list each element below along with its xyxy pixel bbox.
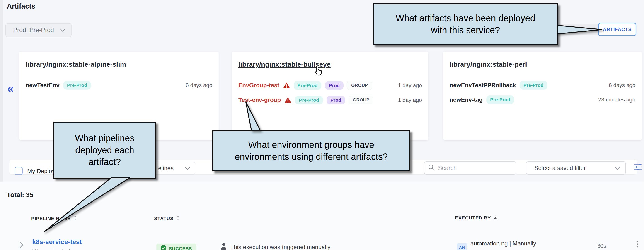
callout-text: deployed each: [75, 144, 134, 156]
environment-name: newEnv-tag: [450, 96, 483, 103]
artifact-card: library/nginx:stable-bullseye EnvGroup-t…: [232, 52, 428, 140]
avatar: AN: [457, 243, 467, 250]
success-check-icon: [160, 245, 166, 250]
environment-group-name: Test-env-group: [238, 97, 281, 104]
saved-filter-value: Select a saved filter: [534, 165, 586, 172]
callout-artifacts-question: What artifacts have been deployed with t…: [373, 3, 558, 45]
deploy-time: 1 day ago: [398, 82, 422, 89]
artifact-title: library/nginx:stable-alpine-slim: [26, 61, 212, 68]
environment-row[interactable]: EnvGroup-test Pre-Prod Prod GROUP 1 day …: [238, 81, 422, 90]
column-header-pipeline-name[interactable]: PIPELINE NAME: [31, 215, 77, 222]
tab-environments[interactable]: ENVIRONMENTS: [558, 27, 597, 32]
search-box: [424, 161, 516, 174]
group-badge: GROUP: [347, 81, 372, 90]
preprod-badge: Pre-Prod: [295, 96, 323, 105]
artifact-title: library/nginx:stable-perl: [450, 61, 636, 68]
callout-pipelines-question: What pipelines deployed each artifact?: [54, 122, 156, 179]
filter-sliders-icon[interactable]: [634, 163, 642, 172]
warning-icon: [283, 82, 290, 89]
row-expand-chevron[interactable]: [19, 241, 24, 250]
preprod-badge: Pre-Prod: [486, 95, 514, 104]
deploy-time: 23 minutes ago: [598, 97, 636, 103]
column-header-label: PIPELINE NAME: [31, 216, 71, 221]
column-header-label: EXECUTED BY: [455, 215, 491, 221]
artifact-card: library/nginx:stable-perl newEnvTestPPRo…: [443, 52, 642, 140]
kebab-menu-icon[interactable]: ⋮: [634, 239, 642, 249]
chevron-down-icon: [185, 165, 190, 172]
trigger-text: This execution was triggered manually: [230, 244, 330, 250]
page-title: Artifacts: [7, 2, 35, 10]
environment-row[interactable]: Test-env-group Pre-Prod Prod GROUP 1 day…: [238, 96, 422, 105]
preprod-badge: Pre-Prod: [63, 81, 91, 90]
prod-badge: Prod: [326, 96, 345, 105]
pipelines-dropdown-value: elines: [158, 165, 174, 172]
callout-text: What artifacts have been deployed: [396, 12, 535, 24]
status-label: SUCCESS: [169, 246, 192, 250]
environment-group-name: EnvGroup-test: [238, 82, 280, 89]
artifact-title-link[interactable]: library/nginx:stable-bullseye: [238, 61, 422, 68]
deploy-time: 6 days ago: [609, 82, 636, 88]
column-header-executed-by[interactable]: EXECUTED BY: [455, 215, 498, 221]
deploy-time: 6 days ago: [186, 82, 212, 88]
callout-text: What pipelines: [75, 132, 134, 144]
search-icon: [428, 164, 435, 172]
duration-text: 30s: [597, 243, 606, 249]
total-count: Total: 35: [7, 191, 33, 199]
column-header-label: STATUS: [154, 216, 174, 221]
saved-filter-dropdown[interactable]: Select a saved filter: [526, 161, 626, 174]
sort-asc-icon: [494, 215, 498, 221]
search-input[interactable]: [438, 165, 506, 172]
environment-name: newEnvTestPPRollback: [450, 82, 516, 89]
callout-text: What environment groups have: [248, 139, 374, 151]
artifacts-page: Artifacts Prod, Pre-Prod ENVIRONMENTS AR…: [0, 0, 644, 250]
prod-badge: Prod: [325, 81, 344, 90]
callout-text: with this service?: [431, 24, 500, 36]
environment-row[interactable]: newEnvTestPPRollback Pre-Prod 6 days ago: [450, 81, 636, 90]
status-badge: SUCCESS: [156, 244, 196, 250]
environment-scope-value: Prod, Pre-Prod: [13, 27, 54, 34]
callout-text: artifact?: [88, 156, 121, 168]
preprod-badge: Pre-Prod: [520, 81, 548, 90]
chevron-down-icon: [60, 27, 66, 34]
deploy-time: 1 day ago: [398, 97, 422, 103]
sort-icon: [176, 215, 180, 222]
callout-text: environments using different artifacts?: [235, 151, 388, 163]
executions-section: [0, 181, 644, 250]
preprod-badge: Pre-Prod: [294, 81, 322, 90]
environment-row[interactable]: newEnv-tag Pre-Prod 23 minutes ago: [450, 95, 636, 104]
pipeline-id: k8s-service-test: [32, 248, 70, 250]
executed-by-text: automation ng | Manually: [470, 240, 536, 247]
group-badge: GROUP: [349, 96, 374, 105]
person-icon: [220, 243, 227, 250]
chevron-down-icon: [614, 165, 620, 172]
environment-name: newTestEnv: [26, 82, 60, 89]
collapse-sidebar-icon[interactable]: «: [7, 82, 14, 95]
environment-row[interactable]: newTestEnv Pre-Prod 6 days ago: [26, 81, 212, 90]
tab-artifacts[interactable]: ARTIFACTS: [598, 23, 636, 36]
callout-env-groups-question: What environment groups have environment…: [212, 130, 410, 171]
sort-icon: [74, 215, 77, 222]
hand-cursor-icon: [312, 65, 323, 78]
column-header-status[interactable]: STATUS: [154, 215, 180, 222]
pipeline-name-link[interactable]: k8s-service-test: [32, 238, 82, 246]
trigger-info: This execution was triggered manually: [220, 243, 330, 250]
environment-scope-dropdown[interactable]: Prod, Pre-Prod: [6, 23, 72, 37]
my-deployments-checkbox[interactable]: [14, 167, 23, 175]
warning-icon: [284, 97, 292, 103]
